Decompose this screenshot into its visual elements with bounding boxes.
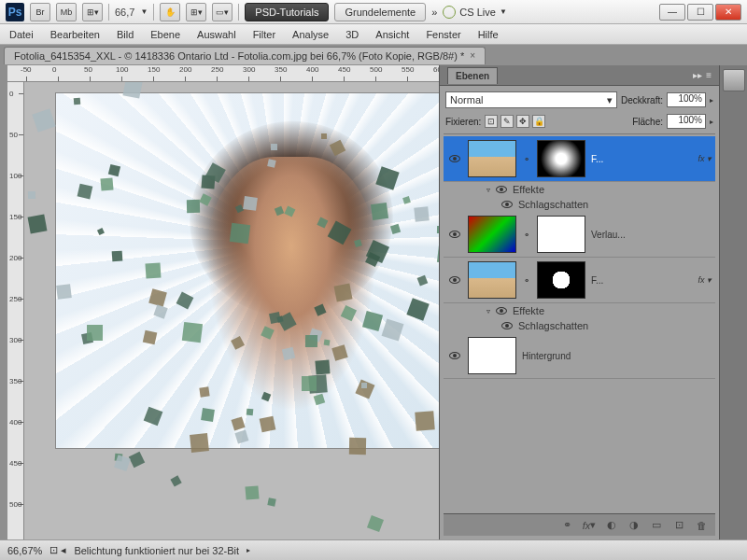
layer-fx-badge[interactable]: fx ▾ bbox=[698, 154, 712, 163]
layer-mask-link-icon[interactable]: ⚬ bbox=[522, 154, 531, 164]
workspace-tab-active[interactable]: PSD-Tutorials bbox=[245, 3, 329, 21]
lock-position-icon[interactable]: ✥ bbox=[516, 115, 529, 128]
lock-pixels-icon[interactable]: ✎ bbox=[500, 115, 514, 128]
cslive-button[interactable]: CS Live▼ bbox=[443, 6, 506, 19]
lock-all-icon[interactable]: 🔒 bbox=[532, 115, 545, 128]
layer-thumbnail[interactable] bbox=[468, 337, 516, 374]
document-close-icon[interactable]: × bbox=[470, 50, 475, 61]
layer-mask-link-icon[interactable]: ⚬ bbox=[522, 230, 531, 240]
collapsed-panel-icon[interactable] bbox=[723, 69, 745, 91]
layer-mask-thumbnail[interactable] bbox=[537, 140, 585, 177]
layer-fx-badge[interactable]: fx ▾ bbox=[698, 275, 712, 285]
left-dock-strip bbox=[0, 65, 7, 539]
close-button[interactable]: ✕ bbox=[715, 4, 741, 21]
panel-menu-icon[interactable]: ≡ bbox=[706, 70, 712, 80]
bridge-button[interactable]: Br bbox=[30, 3, 50, 21]
menu-analyse[interactable]: Analyse bbox=[292, 29, 329, 40]
document-tab-bar: Fotolia_6415354_XXL - © 1418336 Ontario … bbox=[0, 45, 747, 65]
menu-fenster[interactable]: Fenster bbox=[426, 29, 460, 40]
fill-slider-icon[interactable]: ▸ bbox=[710, 118, 713, 126]
arrange-docs-button[interactable]: ⊞▾ bbox=[186, 3, 206, 21]
layer-visibility-icon[interactable] bbox=[447, 273, 462, 287]
layer-row[interactable]: ⚬F...fx ▾ bbox=[444, 258, 715, 303]
layer-visibility-icon[interactable] bbox=[447, 349, 462, 362]
status-message: Belichtung funktioniert nur bei 32-Bit bbox=[74, 545, 239, 556]
titlebar: Ps Br Mb ⊞▾ 66,7 ▼ ✋ ⊞▾ ▭▾ PSD-Tutorials… bbox=[0, 0, 747, 24]
blend-mode-dropdown[interactable]: Normal▾ bbox=[445, 91, 617, 108]
minibridge-button[interactable]: Mb bbox=[56, 3, 77, 21]
screen-mode-button[interactable]: ▭▾ bbox=[212, 3, 233, 21]
status-zoom[interactable]: 66,67% bbox=[7, 545, 42, 556]
fill-label: Fläche: bbox=[632, 117, 663, 127]
layer-thumbnail[interactable] bbox=[468, 140, 516, 177]
link-layers-icon[interactable]: ⚭ bbox=[560, 519, 573, 532]
document-tab[interactable]: Fotolia_6415354_XXL - © 1418336 Ontario … bbox=[4, 47, 486, 64]
layer-effects-row[interactable]: ▿ Effekte bbox=[444, 182, 715, 197]
ruler-horizontal[interactable]: -50050100150200250300350400450500550600 bbox=[7, 65, 439, 82]
lock-transparent-icon[interactable]: ⊡ bbox=[485, 115, 498, 128]
menu-ansicht[interactable]: Ansicht bbox=[375, 29, 409, 40]
menu-datei[interactable]: Datei bbox=[9, 29, 34, 40]
layer-fx-icon[interactable]: fx▾ bbox=[583, 519, 596, 532]
document-canvas[interactable] bbox=[56, 93, 439, 448]
layer-mask-thumbnail[interactable] bbox=[537, 216, 585, 253]
layer-row[interactable]: Hintergrund bbox=[444, 333, 715, 379]
layer-mask-thumbnail[interactable] bbox=[537, 261, 585, 299]
menu-ebene[interactable]: Ebene bbox=[150, 29, 180, 40]
layer-effect-dropshadow[interactable]: Schlagschatten bbox=[444, 318, 715, 333]
layer-row[interactable]: ⚬Verlau... bbox=[444, 212, 715, 258]
delete-layer-icon[interactable]: 🗑 bbox=[695, 519, 708, 532]
layer-mask-icon[interactable]: ◐ bbox=[605, 519, 618, 532]
panel-collapse-icon[interactable]: ▸▸ bbox=[693, 70, 702, 80]
layer-visibility-icon[interactable] bbox=[447, 152, 462, 165]
minimize-button[interactable]: — bbox=[659, 4, 685, 21]
cslive-icon bbox=[443, 6, 456, 19]
zoom-level[interactable]: 66,7 bbox=[115, 7, 134, 18]
workspace-tab-other[interactable]: Grundelemente bbox=[334, 3, 426, 21]
ruler-vertical[interactable]: 050100150200250300350400450500 bbox=[7, 82, 24, 539]
layer-name[interactable]: F... bbox=[591, 275, 692, 286]
maximize-button[interactable]: ☐ bbox=[687, 4, 713, 21]
layer-name[interactable]: Hintergrund bbox=[522, 351, 712, 361]
layer-thumbnail[interactable] bbox=[468, 261, 516, 299]
menu-auswahl[interactable]: Auswahl bbox=[197, 29, 236, 40]
layer-visibility-icon[interactable] bbox=[447, 228, 462, 241]
menu-hilfe[interactable]: Hilfe bbox=[478, 29, 499, 40]
app-icon: Ps bbox=[6, 3, 24, 21]
menu-bearbeiten[interactable]: Bearbeiten bbox=[50, 29, 100, 40]
opacity-field[interactable]: 100% bbox=[667, 92, 706, 107]
layer-effects-row[interactable]: ▿ Effekte bbox=[444, 303, 715, 318]
layer-name[interactable]: Verlau... bbox=[591, 230, 712, 240]
canvas-area[interactable] bbox=[24, 82, 439, 539]
view-extras-button[interactable]: ⊞▾ bbox=[82, 3, 103, 21]
layers-tab[interactable]: Ebenen bbox=[447, 67, 498, 84]
adjustment-layer-icon[interactable]: ◑ bbox=[627, 519, 641, 532]
opacity-slider-icon[interactable]: ▸ bbox=[710, 96, 713, 105]
menu-bild[interactable]: Bild bbox=[117, 29, 134, 40]
layer-mask-link-icon[interactable]: ⚬ bbox=[522, 275, 531, 286]
menu-3d[interactable]: 3D bbox=[345, 29, 359, 40]
layers-panel-footer: ⚭ fx▾ ◐ ◑ ▭ ⊡ 🗑 bbox=[444, 513, 715, 536]
menubar: Datei Bearbeiten Bild Ebene Auswahl Filt… bbox=[0, 24, 747, 45]
layer-row[interactable]: ⚬F...fx ▾ bbox=[444, 136, 715, 182]
layer-name[interactable]: F... bbox=[591, 154, 692, 164]
status-bar: 66,67% ⊡ ◂ Belichtung funktioniert nur b… bbox=[0, 539, 747, 560]
new-layer-icon[interactable]: ⊡ bbox=[672, 519, 685, 532]
menu-filter[interactable]: Filter bbox=[253, 29, 275, 40]
right-dock-strip bbox=[719, 65, 747, 539]
status-menu-icon[interactable]: ▸ bbox=[247, 546, 250, 554]
layer-group-icon[interactable]: ▭ bbox=[650, 519, 663, 532]
hand-tool-button[interactable]: ✋ bbox=[160, 3, 180, 21]
lock-label: Fixieren: bbox=[445, 117, 481, 127]
fill-field[interactable]: 100% bbox=[667, 114, 706, 129]
layers-panel: Ebenen ▸▸ ≡ Normal▾ Deckkraft: 100% ▸ Fi… bbox=[439, 65, 719, 539]
layer-effect-dropshadow[interactable]: Schlagschatten bbox=[444, 197, 715, 212]
more-workspaces-icon[interactable]: » bbox=[431, 7, 437, 18]
layer-thumbnail[interactable] bbox=[468, 216, 516, 253]
status-doc-nav-icon[interactable]: ⊡ ◂ bbox=[49, 544, 66, 556]
opacity-label: Deckkraft: bbox=[621, 95, 663, 105]
